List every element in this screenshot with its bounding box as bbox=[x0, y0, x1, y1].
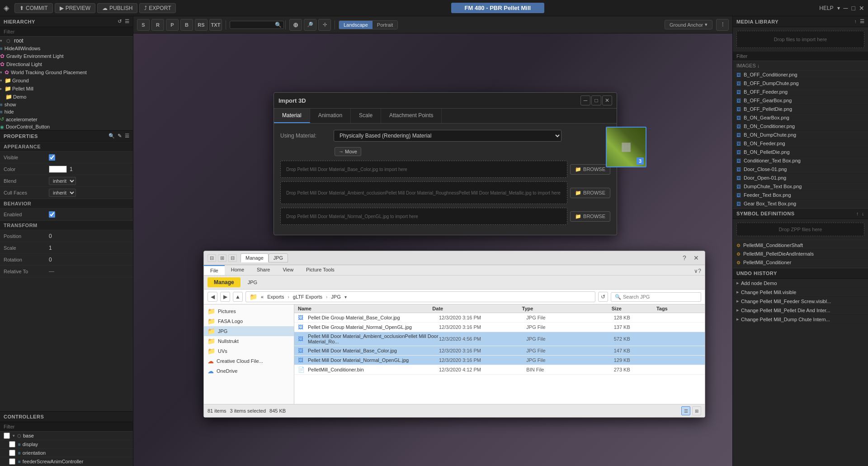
media-item[interactable]: 🖼 B_ON_PelletDie.png bbox=[733, 148, 868, 157]
fb-refresh-button[interactable]: ↺ bbox=[598, 292, 608, 302]
tree-item-doorcontrol[interactable]: ◉ DoorControl_Button bbox=[0, 123, 133, 130]
landscape-button[interactable]: Landscape bbox=[339, 21, 373, 29]
browse-button-base[interactable]: 📁 BROWSE bbox=[570, 164, 610, 175]
fb-tree-nullstrukt[interactable]: 📁 Nullstrukt bbox=[204, 336, 294, 346]
enabled-checkbox[interactable] bbox=[49, 211, 55, 218]
media-drop-zone[interactable]: Drop files to import here bbox=[736, 31, 864, 48]
fb-file-row-selected[interactable]: 🖼 Pellet Mill Door Material_Base_Color.j… bbox=[294, 346, 705, 356]
browse-button-ambient[interactable]: 📁 BROWSE bbox=[570, 188, 610, 198]
tool-rs[interactable]: RS bbox=[195, 19, 208, 31]
hierarchy-menu-icon[interactable]: ☰ bbox=[125, 19, 130, 24]
fb-file-row-selected[interactable]: 🖼 Pellet Mill Door Material_Normal_OpenG… bbox=[294, 356, 705, 365]
media-item[interactable]: 🖼 B_OFF_GearBox.png bbox=[733, 96, 868, 105]
tree-item-ground[interactable]: ▾ 📁 Ground bbox=[0, 76, 133, 85]
color-swatch[interactable] bbox=[49, 166, 67, 173]
undo-item[interactable]: ▸ Change Pellet Mill_Pellet Die And Inte… bbox=[733, 306, 868, 315]
undo-item[interactable]: ▸ Change Pellet Mill_Dump Chute Intern..… bbox=[733, 315, 868, 324]
fb-tree-jpg[interactable]: 📁 JPG bbox=[204, 326, 294, 336]
symbol-download-icon[interactable]: ↓ bbox=[862, 211, 864, 216]
tree-item-demo[interactable]: 📁 Demo bbox=[0, 93, 133, 101]
fb-expand-button[interactable]: ⊞ bbox=[218, 254, 226, 262]
publish-button[interactable]: ☁ PUBLISH bbox=[97, 3, 137, 13]
media-item[interactable]: 🖼 Feeder_Text Box.png bbox=[733, 191, 868, 200]
fb-up-button[interactable]: ▲ bbox=[233, 292, 243, 302]
fb-list-view-button[interactable]: ☰ bbox=[681, 406, 690, 415]
fb-forward-button[interactable]: ▶ bbox=[220, 292, 230, 302]
fb-restore-button[interactable]: ⊟ bbox=[228, 254, 237, 262]
media-filter[interactable] bbox=[733, 52, 868, 61]
tool-r[interactable]: R bbox=[151, 19, 164, 31]
symbol-item[interactable]: ⚙ PelletMill_Conditioner bbox=[733, 258, 868, 267]
fb-file-row-selected[interactable]: 🖼 Pellet Mill Door Material_Ambient_occl… bbox=[294, 332, 705, 346]
ctrl-item-display[interactable]: ≡ display bbox=[0, 440, 133, 449]
tree-item-gravity-env[interactable]: ✿ Gravity Environment Light bbox=[0, 52, 133, 60]
symbol-item[interactable]: ⚙ PelletMill_ConditionerShaft bbox=[733, 241, 868, 250]
hierarchy-filter[interactable] bbox=[0, 27, 133, 37]
tab-material[interactable]: Material bbox=[274, 109, 310, 123]
tool-b[interactable]: B bbox=[180, 19, 193, 31]
using-material-dropdown[interactable]: Physically Based (Rendering) Material bbox=[334, 130, 561, 142]
media-item[interactable]: 🖼 Gear Box_Text Box.png bbox=[733, 200, 868, 208]
fb-ribbon-tab-picture-tools[interactable]: Picture Tools bbox=[300, 265, 341, 275]
fb-file-row[interactable]: 🖼 Pellet Die Group Material_Normal_OpenG… bbox=[294, 323, 705, 332]
media-item[interactable]: 🖼 B_ON_GearBox.png bbox=[733, 114, 868, 122]
fb-file-row[interactable]: 📄 PelletMill_Conditioner.bin 12/3/2020 4… bbox=[294, 365, 705, 375]
media-library-menu-icon[interactable]: ☰ bbox=[860, 19, 865, 24]
fb-close-button[interactable]: ✕ bbox=[691, 253, 701, 263]
fb-ribbon-tab-view[interactable]: View bbox=[276, 265, 300, 275]
fb-tree-creative-cloud[interactable]: ☁ Creative Cloud File... bbox=[204, 356, 294, 366]
compass-icon[interactable]: ⊹ bbox=[318, 19, 331, 31]
fb-back-button[interactable]: ◀ bbox=[208, 292, 217, 302]
media-item[interactable]: 🖼 Conditioner_Text Box.png bbox=[733, 157, 868, 165]
undo-item[interactable]: ▸ Add node Demo bbox=[733, 279, 868, 288]
tree-item-root[interactable]: ▾ ⬡ root bbox=[0, 37, 133, 45]
fb-grid-view-button[interactable]: ⊞ bbox=[692, 406, 701, 415]
symbol-drop-zone[interactable]: Drop ZPP files here bbox=[736, 223, 864, 236]
tab-animation[interactable]: Animation bbox=[310, 109, 351, 123]
fb-tab-jpg[interactable]: JPG bbox=[269, 253, 288, 262]
export-button[interactable]: ⤴ EXPORT bbox=[139, 3, 176, 13]
ctrl-item-feeder[interactable]: ≡ feederScrewAnimController bbox=[0, 457, 133, 466]
symbol-upload-icon[interactable]: ↑ bbox=[856, 211, 859, 216]
tool-s[interactable]: S bbox=[137, 19, 150, 31]
media-item[interactable]: 🖼 Door_Close-01.png bbox=[733, 165, 868, 174]
maximize-button[interactable]: □ bbox=[852, 5, 855, 12]
commit-button[interactable]: ⬆ COMMIT bbox=[14, 3, 53, 13]
hierarchy-refresh-icon[interactable]: ↺ bbox=[118, 19, 122, 24]
import-dialog-close[interactable]: ✕ bbox=[602, 95, 612, 105]
media-item[interactable]: 🖼 B_OFF_Conditioner.png bbox=[733, 71, 868, 79]
fb-file-row[interactable]: 🖼 Pellet Die Group Material_Base_Color.j… bbox=[294, 313, 705, 323]
media-item[interactable]: 🖼 B_ON_Feeder.png bbox=[733, 139, 868, 148]
symbol-item[interactable]: ⚙ PelletMill_PelletDieAndInternals bbox=[733, 250, 868, 258]
fb-ribbon-tab-share[interactable]: Share bbox=[250, 265, 276, 275]
tab-attachment-points[interactable]: Attachment Points bbox=[381, 109, 442, 123]
browse-button-normal[interactable]: 📁 BROWSE bbox=[570, 211, 610, 222]
visible-checkbox[interactable] bbox=[49, 154, 55, 161]
preview-button[interactable]: ▶ PREVIEW bbox=[55, 3, 95, 13]
fb-minimize-button[interactable]: ⊟ bbox=[208, 254, 216, 262]
tab-scale[interactable]: Scale bbox=[351, 109, 381, 123]
drop-target-ambient[interactable]: Drop Pellet Mill Door Material_Ambient_o… bbox=[280, 181, 567, 204]
tool-txt[interactable]: TXT bbox=[209, 19, 222, 31]
fb-ribbon-tab-home[interactable]: Home bbox=[225, 265, 250, 275]
media-item[interactable]: 🖼 Door_Open-01.png bbox=[733, 174, 868, 182]
media-item[interactable]: 🖼 B_OFF_PelletDie.png bbox=[733, 105, 868, 114]
fb-path-dropdown-button[interactable]: ▾ bbox=[344, 295, 347, 300]
import-dialog-maximize[interactable]: □ bbox=[591, 95, 601, 105]
portrait-button[interactable]: Portrait bbox=[373, 21, 397, 29]
media-item[interactable]: 🖼 B_OFF_Feeder.png bbox=[733, 88, 868, 96]
settings-icon[interactable]: ⋮ bbox=[716, 19, 729, 31]
import-dialog-minimize[interactable]: ─ bbox=[580, 95, 590, 105]
fb-tree-uvs[interactable]: 📁 UVs bbox=[204, 346, 294, 356]
fb-ribbon-tab-file[interactable]: File bbox=[204, 265, 225, 275]
fb-ribbon-expand-icon[interactable]: ∨ bbox=[694, 268, 698, 274]
fb-tree-fasa-logo[interactable]: 📁 FASA Logo bbox=[204, 316, 294, 326]
logo-icon[interactable]: ◈ bbox=[4, 4, 9, 12]
undo-item[interactable]: ▸ Change Pellet Mill.visible bbox=[733, 288, 868, 297]
close-button[interactable]: ✕ bbox=[859, 5, 864, 12]
fb-tree-onedrive[interactable]: ☁ OneDrive bbox=[204, 366, 294, 376]
tree-item-show[interactable]: ≡ show bbox=[0, 101, 133, 108]
drop-target-normal[interactable]: Drop Pellet Mill Door Material_Normal_Op… bbox=[280, 208, 567, 225]
undo-item[interactable]: ▸ Change Pellet Mill_Feeder Screw.visibl… bbox=[733, 297, 868, 306]
media-library-icon[interactable]: ↑ bbox=[854, 19, 857, 24]
